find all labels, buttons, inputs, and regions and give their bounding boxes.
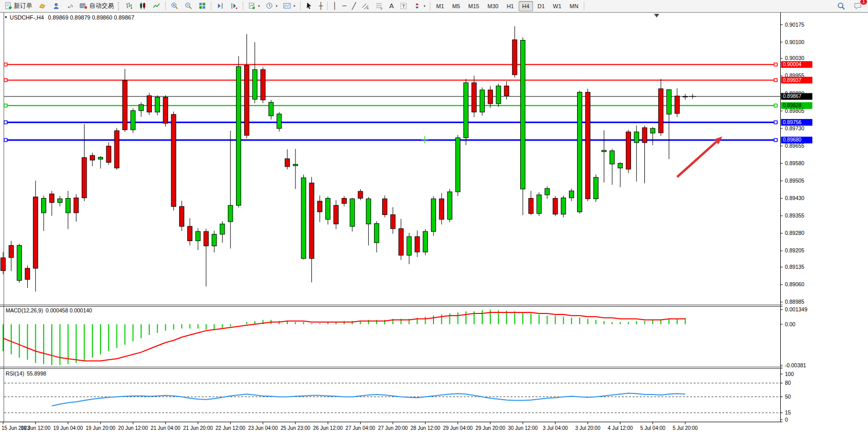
- candle: [456, 135, 460, 196]
- zoom-in-button[interactable]: [168, 1, 181, 12]
- text-label-tool-button[interactable]: T: [397, 1, 410, 12]
- candle: [171, 112, 176, 211]
- tile-windows-button[interactable]: [195, 1, 209, 12]
- level-line-handle[interactable]: [774, 104, 777, 107]
- candle: [261, 67, 265, 103]
- horizontal-line-tool-button[interactable]: ─: [340, 1, 349, 12]
- price-tick-label: 0.89135: [785, 264, 804, 270]
- level-line-handle[interactable]: [4, 63, 7, 66]
- line-chart-mode-button[interactable]: [150, 1, 163, 12]
- timeframe-button-d1[interactable]: D1: [534, 1, 548, 11]
- autotrading-icon: [80, 2, 88, 10]
- price-tick-label: 0.90175: [785, 22, 804, 28]
- time-tick-label: 25 Jun 23:00: [281, 425, 310, 431]
- bar-chart-mode-button[interactable]: [122, 1, 135, 12]
- candle: [163, 95, 168, 127]
- time-tick-label: 27 Jun 20:00: [378, 425, 408, 431]
- candle: [131, 108, 135, 133]
- level-line-handle[interactable]: [774, 121, 777, 124]
- new-order-button[interactable]: 新订单: [2, 1, 35, 12]
- text-tool-icon: A: [389, 3, 394, 9]
- equidistant-channel-tool-button[interactable]: E: [359, 1, 372, 12]
- price-chart[interactable]: 0.901750.901000.900300.899550.898800.898…: [0, 12, 868, 434]
- new-order-label: 新订单: [14, 2, 32, 10]
- autotrading-label: 自动交易: [89, 2, 114, 10]
- toolbar-separator: [243, 2, 243, 10]
- price-tick-label: 0.88985: [785, 299, 804, 305]
- market-watch-button[interactable]: [35, 1, 49, 12]
- vertical-line-tool-button[interactable]: │: [330, 1, 339, 12]
- equidistant-channel-icon: E: [362, 2, 370, 10]
- level-line-handle[interactable]: [4, 139, 7, 142]
- time-tick-label: 5 Jul 20:00: [673, 425, 698, 431]
- rsi-axis-label: 0: [785, 417, 788, 423]
- candle: [626, 130, 630, 173]
- toolbar-separator: [327, 2, 328, 10]
- candle: [431, 196, 436, 236]
- candle: [553, 196, 558, 216]
- candle: [423, 229, 428, 255]
- time-tick-label: 21 Jun 04:00: [151, 425, 181, 431]
- chart-shift-icon: [216, 2, 224, 10]
- cursor-tool-button[interactable]: [303, 1, 316, 12]
- trendline-tool-button[interactable]: ╱: [349, 1, 359, 12]
- crosshair-icon: ┼: [319, 3, 323, 9]
- candlestick-mode-button[interactable]: [136, 1, 149, 12]
- time-tick-label: 29 Jun 04:00: [443, 425, 473, 431]
- line-chart-icon: [152, 2, 161, 10]
- level-line-handle[interactable]: [774, 139, 777, 142]
- level-line-handle[interactable]: [4, 121, 7, 124]
- autotrading-button[interactable]: 自动交易: [77, 1, 116, 12]
- level-line-handle[interactable]: [774, 63, 777, 66]
- text-tool-button[interactable]: A: [387, 1, 397, 12]
- timeframe-group: M1M5M15M30H1H4D1W1MN: [432, 1, 582, 11]
- signals-button[interactable]: [63, 1, 76, 12]
- macd-axis-label: 0.00: [785, 321, 796, 327]
- auto-scroll-icon: [230, 2, 238, 10]
- zoom-out-icon: [184, 2, 192, 10]
- timeframe-button-m30[interactable]: M30: [484, 1, 502, 11]
- candle: [496, 84, 501, 107]
- timeframe-button-m15[interactable]: M15: [465, 1, 483, 11]
- timeframe-button-h1[interactable]: H1: [503, 1, 518, 11]
- toolbar-grip: [118, 2, 121, 10]
- price-tick-label: 0.89655: [785, 143, 804, 149]
- search-button[interactable]: [835, 1, 848, 12]
- price-tag-label: 0.89828: [783, 103, 802, 108]
- time-tick-label: 21 Jun 20:00: [183, 425, 213, 431]
- timeframe-button-m1[interactable]: M1: [432, 1, 447, 11]
- timeframe-button-m5[interactable]: M5: [449, 1, 464, 11]
- chart-shift-button[interactable]: [213, 1, 227, 12]
- candle: [383, 195, 387, 218]
- time-tick-label: 30 Jun 12:00: [508, 425, 538, 431]
- chart-plot-area[interactable]: [4, 13, 780, 305]
- candle: [464, 79, 468, 145]
- crosshair-tool-button[interactable]: ┼: [317, 1, 326, 12]
- level-line-handle[interactable]: [4, 78, 7, 82]
- fibonacci-tool-button[interactable]: F: [373, 1, 386, 12]
- time-tick-label: 5 Jul 04:00: [640, 425, 665, 431]
- notifications-button[interactable]: 1: [851, 1, 864, 12]
- price-tag-label: 0.90004: [783, 62, 802, 67]
- candle: [585, 89, 590, 201]
- arrows-tool-icon: [413, 2, 422, 10]
- new-chart-button[interactable]: ▾: [245, 1, 263, 12]
- price-tick-label: 0.89060: [785, 281, 804, 287]
- level-line-handle[interactable]: [4, 104, 7, 107]
- auto-scroll-button[interactable]: [227, 1, 241, 12]
- rsi-axis-label: 80: [785, 380, 791, 386]
- zoom-out-button[interactable]: [182, 1, 195, 12]
- arrows-tool-button[interactable]: ▾: [411, 1, 428, 12]
- level-line-handle[interactable]: [774, 78, 777, 82]
- timeframe-button-mn[interactable]: MN: [566, 1, 582, 11]
- navigator-button[interactable]: [49, 1, 63, 12]
- period-button[interactable]: ▾: [263, 1, 281, 12]
- fibonacci-icon: F: [376, 2, 384, 10]
- symbol-collapse-icon[interactable]: ▼: [4, 15, 8, 19]
- timeframe-button-w1[interactable]: W1: [549, 1, 565, 11]
- price-tick-label: 0.89580: [785, 160, 804, 166]
- search-icon: [837, 2, 845, 10]
- timeframe-button-h4[interactable]: H4: [519, 1, 533, 11]
- templates-button[interactable]: ▾: [281, 1, 298, 12]
- chart-symbol-period: USDCHF-,H4: [10, 14, 44, 21]
